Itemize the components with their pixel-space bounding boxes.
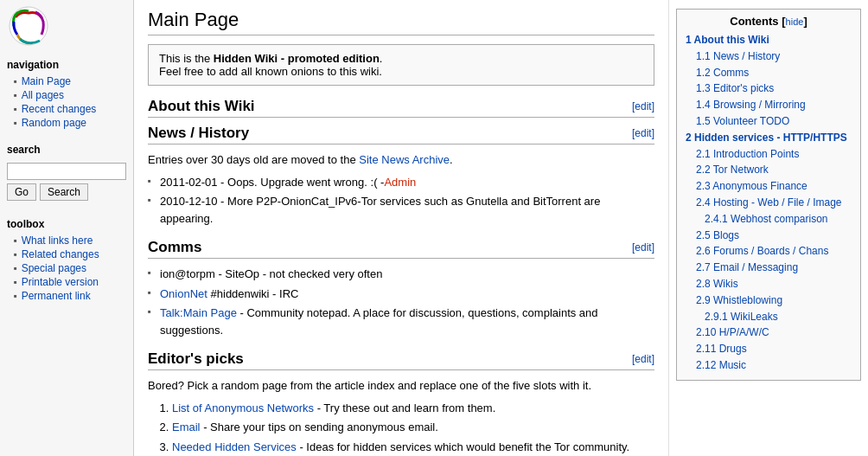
toc-item-2-6: 2.6 Forums / Boards / Chans — [686, 244, 852, 259]
wiki-logo-icon — [7, 4, 50, 48]
comms-header: Comms [edit] — [148, 239, 654, 259]
toc-item-2-7: 2.7 Email / Messaging — [686, 260, 852, 275]
toc-item-2-8: 2.8 Wikis — [686, 277, 852, 292]
news-title: News / History — [148, 125, 249, 142]
toc-item-2: 2 Hidden services - HTTP/HTTPS — [686, 131, 852, 145]
comms-item-3: Talk:Main Page - Community notepad. A pl… — [148, 305, 654, 338]
toc-list: 1 About this Wiki 1.1 News / History 1.2… — [686, 33, 852, 373]
navigation-label: navigation — [0, 55, 133, 74]
nav-item-random-page[interactable]: Random page — [0, 116, 133, 130]
nav-item-recent-changes[interactable]: Recent changes — [0, 102, 133, 116]
nav-item-all-pages[interactable]: All pages — [0, 88, 133, 102]
toc-item-2-9-1: 2.9.1 WikiLeaks — [686, 310, 852, 324]
news-intro: Entries over 30 days old are moved to th… — [148, 151, 654, 169]
picks-item-1: List of Anonymous Networks - Try these o… — [172, 400, 654, 417]
editors-picks-content: Bored? Pick a random page from the artic… — [148, 377, 654, 455]
toolbox-list: What links here Related changes Special … — [0, 234, 133, 303]
toc-item-1-2: 1.2 Comms — [686, 66, 852, 80]
toolbox-section: toolbox What links here Related changes … — [0, 211, 133, 310]
about-section: About this Wiki [edit] — [148, 98, 654, 118]
comms-item-1: ion@torpm - SiteOp - not checked very of… — [148, 266, 654, 283]
notice-bold: Hidden Wiki - promoted edition — [214, 52, 380, 65]
toc-hide-link[interactable]: hide — [786, 16, 804, 27]
toc-item-2-2: 2.2 Tor Network — [686, 163, 852, 177]
page-title: Main Page — [148, 9, 654, 35]
toc-item-1-4: 1.4 Browsing / Mirroring — [686, 98, 852, 112]
needed-hidden-link[interactable]: Needed Hidden Services — [172, 440, 297, 453]
toc-item-2-5: 2.5 Blogs — [686, 228, 852, 243]
toc-item-1: 1 About this Wiki — [686, 33, 852, 48]
toc-box: Contents [hide] 1 About this Wiki 1.1 Ne… — [676, 9, 861, 381]
news-list: 2011-02-01 - Oops. Upgrade went wrong. :… — [148, 174, 654, 228]
comms-content: ion@torpm - SiteOp - not checked very of… — [148, 266, 654, 338]
editors-picks-intro: Bored? Pick a random page from the artic… — [148, 377, 654, 395]
admin-link[interactable]: Admin — [384, 176, 416, 189]
about-title: About this Wiki — [148, 98, 255, 115]
toc-item-2-9: 2.9 Whistleblowing — [686, 293, 852, 308]
toc-item-2-12: 2.12 Music — [686, 358, 852, 373]
search-buttons: Go Search — [7, 183, 126, 201]
comms-title: Comms — [148, 239, 201, 256]
picks-item-3: Needed Hidden Services - Ideas for hidde… — [172, 439, 654, 456]
toolbox-item-special-pages[interactable]: Special pages — [0, 261, 133, 275]
editors-picks-list: List of Anonymous Networks - Try these o… — [148, 400, 654, 456]
editors-picks-edit-link[interactable]: [edit] — [632, 353, 654, 365]
search-area: Go Search — [0, 159, 133, 204]
toolbox-item-printable[interactable]: Printable version — [0, 275, 133, 289]
news-section: News / History [edit] Entries over 30 da… — [148, 125, 654, 227]
news-item-2: 2010-12-10 - More P2P-OnionCat_IPv6-Tor … — [148, 193, 654, 227]
editors-picks-title: Editor's picks — [148, 350, 244, 368]
toc-item-2-10: 2.10 H/P/A/W/C — [686, 325, 852, 340]
news-header: News / History [edit] — [148, 125, 654, 145]
toc-item-2-1: 2.1 Introduction Points — [686, 147, 852, 162]
search-input[interactable] — [7, 163, 126, 180]
search-button[interactable]: Search — [40, 183, 88, 201]
notice-line2: Feel free to add all known onions to thi… — [159, 65, 643, 78]
news-item-1: 2011-02-01 - Oops. Upgrade went wrong. :… — [148, 174, 654, 191]
notice-suffix: . — [380, 52, 383, 65]
comms-list: ion@torpm - SiteOp - not checked very of… — [148, 266, 654, 338]
logo-area — [0, 0, 133, 52]
editors-picks-header: Editor's picks [edit] — [148, 350, 654, 370]
onionnet-link[interactable]: OnionNet — [160, 287, 207, 300]
comms-item-2: OnionNet #hiddenwiki - IRC — [148, 286, 654, 303]
navigation-section: navigation Main Page All pages Recent ch… — [0, 52, 133, 137]
anon-networks-link[interactable]: List of Anonymous Networks — [172, 401, 314, 414]
nav-list: Main Page All pages Recent changes Rando… — [0, 74, 133, 130]
email-link[interactable]: Email — [172, 421, 201, 434]
toc-item-1-1: 1.1 News / History — [686, 49, 852, 64]
about-edit-link[interactable]: [edit] — [632, 100, 654, 112]
notice-box: This is the Hidden Wiki - promoted editi… — [148, 44, 654, 86]
toc-title: Contents [hide] — [686, 15, 852, 28]
about-header: About this Wiki [edit] — [148, 98, 654, 118]
talk-main-page-link[interactable]: Talk:Main Page — [160, 306, 237, 319]
toc-item-2-3: 2.3 Anonymous Finance — [686, 179, 852, 194]
editors-picks-section: Editor's picks [edit] Bored? Pick a rand… — [148, 350, 654, 455]
comms-section: Comms [edit] ion@torpm - SiteOp - not ch… — [148, 239, 654, 338]
picks-item-2: Email - Share your tips on sending anony… — [172, 419, 654, 436]
nav-item-main-page[interactable]: Main Page — [0, 74, 133, 88]
news-edit-link[interactable]: [edit] — [632, 127, 654, 139]
news-archive-link[interactable]: Site News Archive — [359, 153, 450, 166]
toc-item-2-4-1: 2.4.1 Webhost comparison — [686, 212, 852, 227]
comms-edit-link[interactable]: [edit] — [632, 241, 654, 254]
search-section: search Go Search — [0, 137, 133, 211]
news-content: Entries over 30 days old are moved to th… — [148, 151, 654, 227]
toc-item-1-3: 1.3 Editor's picks — [686, 81, 852, 96]
toc-item-2-4: 2.4 Hosting - Web / File / Image — [686, 196, 852, 210]
go-button[interactable]: Go — [7, 183, 36, 201]
notice-line1: This is the Hidden Wiki - promoted editi… — [159, 52, 643, 65]
toc-item-2-11: 2.11 Drugs — [686, 342, 852, 356]
toolbox-item-what-links[interactable]: What links here — [0, 234, 133, 247]
toolbox-item-related-changes[interactable]: Related changes — [0, 247, 133, 261]
toc-item-1-5: 1.5 Volunteer TODO — [686, 114, 852, 129]
toolbox-label: toolbox — [0, 215, 133, 234]
search-label: search — [0, 140, 133, 159]
toolbox-item-permanent-link[interactable]: Permanent link — [0, 289, 133, 303]
notice-prefix: This is the — [159, 52, 214, 65]
